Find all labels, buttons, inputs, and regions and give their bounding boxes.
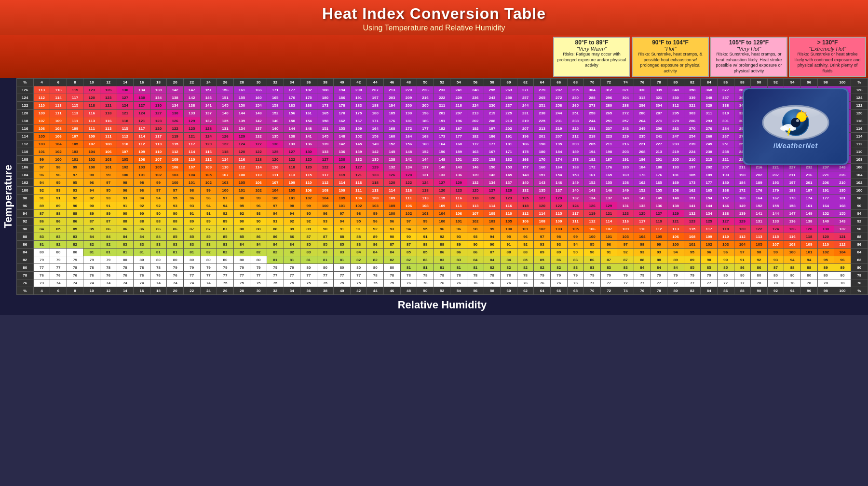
cell-102-64: 143 xyxy=(534,179,551,186)
col-footer-32: 32 xyxy=(267,287,284,294)
cell-96-8: 90 xyxy=(67,202,83,209)
col-header-84: 84 xyxy=(701,78,718,86)
cell-78-94: 80 xyxy=(784,271,801,279)
row-header-82: 82 xyxy=(17,256,34,264)
cell-102-30: 106 xyxy=(250,179,267,186)
cell-80-14: 78 xyxy=(117,264,134,271)
cell-86-24: 83 xyxy=(200,240,217,248)
cell-124-62: 257 xyxy=(517,94,534,101)
row-temp-90: 9084858585868686868687878788888889899091… xyxy=(17,225,868,233)
cell-84-28: 82 xyxy=(233,248,250,256)
cell-106-64: 160 xyxy=(534,163,551,171)
cell-80-84: 85 xyxy=(701,264,718,271)
cell-108-12: 103 xyxy=(100,155,117,163)
cell-90-32: 88 xyxy=(267,225,284,233)
cell-86-46: 87 xyxy=(384,240,401,248)
cell-84-36: 83 xyxy=(300,248,317,256)
cell-96-18: 92 xyxy=(150,202,167,209)
cell-76-78: 77 xyxy=(651,279,667,287)
cell-104-34: 113 xyxy=(284,171,300,179)
cell-88-88: 112 xyxy=(734,233,751,240)
col-header-16: 16 xyxy=(134,78,150,86)
cell-86-40: 85 xyxy=(334,240,351,248)
cell-108-54: 151 xyxy=(450,155,467,163)
cell-80-40: 80 xyxy=(334,264,351,271)
cell-102-78: 165 xyxy=(651,179,667,186)
col-header-70: 70 xyxy=(584,78,601,86)
cell-126-68: 295 xyxy=(567,86,584,94)
legend-hot: 90°F to 104°F "Hot" Risks: Sunstroke, he… xyxy=(632,37,709,77)
cell-120-36: 161 xyxy=(300,109,317,117)
cell-110-8: 103 xyxy=(67,148,83,155)
cell-118-44: 171 xyxy=(367,117,384,125)
col-header-60: 60 xyxy=(501,78,517,86)
cell-126-36: 182 xyxy=(300,86,317,94)
cell-108-60: 162 xyxy=(501,155,517,163)
cell-100-98: 191 xyxy=(817,186,834,194)
row-temp-92: 9286868687878888888889898990909192929394… xyxy=(17,217,868,225)
cell-76-22: 74 xyxy=(183,279,200,287)
cell-108-30: 118 xyxy=(250,155,267,163)
cell-102-22: 101 xyxy=(183,179,200,186)
cell-80-64: 82 xyxy=(534,264,551,271)
row-temp-88: 8883838384848484848585858585868686878788… xyxy=(17,233,868,240)
cell-92-72: 114 xyxy=(600,217,617,225)
cell-88-44: 89 xyxy=(367,233,384,240)
row-header-88: 88 xyxy=(17,233,34,240)
cell-122-86: 338 xyxy=(717,101,734,109)
cell-104-74: 169 xyxy=(617,171,634,179)
cell-110-44: 142 xyxy=(367,148,384,155)
cell-124-16: 130 xyxy=(134,94,150,101)
cell-80-90: 86 xyxy=(751,264,768,271)
cell-108-34: 122 xyxy=(284,155,300,163)
col-footer-10: 10 xyxy=(83,287,100,294)
cell-110-78: 213 xyxy=(651,148,667,155)
cell-106-86: 207 xyxy=(717,163,734,171)
cell-96-48: 106 xyxy=(400,202,417,209)
cell-92-62: 106 xyxy=(517,217,534,225)
cell-84-74: 92 xyxy=(617,248,634,256)
cell-114-54: 177 xyxy=(450,132,467,140)
cell-86-88: 104 xyxy=(734,240,751,248)
cell-102-72: 155 xyxy=(600,179,617,186)
cell-80-88: 86 xyxy=(734,264,751,271)
cell-88-34: 86 xyxy=(284,233,300,240)
cell-100-8: 93 xyxy=(67,186,83,194)
cell-104-46: 126 xyxy=(384,171,401,179)
cell-84-24: 82 xyxy=(200,248,217,256)
cell-88-92: 115 xyxy=(767,233,784,240)
cell-86-84: 102 xyxy=(701,240,718,248)
cell-100-38: 108 xyxy=(317,186,334,194)
cell-92-4: 86 xyxy=(33,217,50,225)
cell-98-60: 123 xyxy=(501,194,517,202)
cell-80-20: 79 xyxy=(167,264,184,271)
col-header-74: 74 xyxy=(617,78,634,86)
cell-82-74: 87 xyxy=(617,256,634,264)
cell-98-52: 115 xyxy=(434,194,450,202)
cell-112-56: 172 xyxy=(467,140,484,148)
col-header-12: 12 xyxy=(100,78,117,86)
cell-84-40: 83 xyxy=(334,248,351,256)
cell-86-8: 82 xyxy=(67,240,83,248)
cell-94-46: 100 xyxy=(384,209,401,217)
cell-92-16: 88 xyxy=(134,217,150,225)
cell-84-44: 84 xyxy=(367,248,384,256)
iweathernet-eye-svg xyxy=(762,103,829,142)
cell-110-56: 163 xyxy=(467,148,484,155)
cell-110-10: 104 xyxy=(83,148,100,155)
cell-114-50: 168 xyxy=(417,132,434,140)
cell-100-100: 195 xyxy=(834,186,851,194)
cell-104-30: 110 xyxy=(250,171,267,179)
cell-82-78: 88 xyxy=(651,256,667,264)
cell-116-48: 172 xyxy=(400,125,417,132)
cell-124-58: 243 xyxy=(484,94,501,101)
temperature-label: Temperature xyxy=(0,78,16,315)
cell-100-16: 96 xyxy=(134,186,150,194)
col-footer-70: 70 xyxy=(584,287,601,294)
cell-76-62: 76 xyxy=(517,279,534,287)
cell-86-58: 90 xyxy=(484,240,501,248)
cell-110-42: 139 xyxy=(350,148,367,155)
cell-120-74: 272 xyxy=(617,109,634,117)
cell-98-12: 93 xyxy=(100,194,117,202)
cell-84-50: 85 xyxy=(417,248,434,256)
